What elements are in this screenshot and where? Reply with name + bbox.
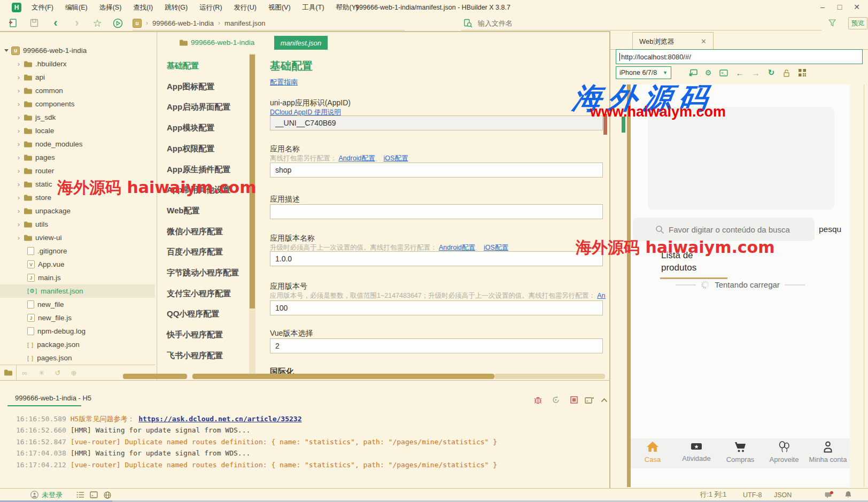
tree-project-row[interactable]: u999666-web-1-india [0,44,155,57]
config-nav-item-12[interactable]: QQ小程序配置 [167,309,219,319]
nav-item-home[interactable]: Casa [631,438,675,468]
field-input-5[interactable] [270,338,603,353]
encoding-label[interactable]: UTF-8 [743,489,762,501]
search-input[interactable] [477,19,778,28]
menu-item-6[interactable]: 发行(U) [228,0,262,15]
menu-item-4[interactable]: 跳转(G) [159,0,193,15]
config-nav-item-13[interactable]: 快手小程序配置 [167,330,223,340]
field-hint-link[interactable]: Android配置 [597,292,606,299]
config-nav-scrollbar-thumb[interactable] [250,55,255,308]
field-input-1[interactable] [270,163,603,177]
tree-file-manifest.json[interactable]: [⚙]manifest.json [0,284,155,298]
restart-icon[interactable] [551,395,561,405]
filter-funnel-icon[interactable] [826,17,839,29]
stop-icon[interactable] [569,395,579,405]
nav-back-icon[interactable]: ← [734,67,746,78]
project-manager-icon[interactable] [0,365,17,380]
close-button[interactable]: ✕ [849,0,865,15]
outline-list-icon[interactable] [76,489,84,501]
config-nav-item-14[interactable]: 飞书小程序配置 [167,351,223,361]
tree-folder-uview-ui[interactable]: ›uview-ui [0,231,155,244]
browser-tab-close-icon[interactable]: ✕ [701,37,707,45]
config-guide-link[interactable]: 配置指南 [270,77,298,87]
qrcode-icon[interactable] [796,67,808,78]
new-file-icon[interactable] [6,17,19,29]
preview-button[interactable]: 预览 [848,17,867,29]
field-hint-link[interactable]: iOS配置 [384,155,408,162]
maximize-button[interactable]: □ [832,0,848,15]
forward-icon[interactable]: › [71,17,83,29]
panel-vscrollbar-thumb[interactable] [622,117,625,133]
star-icon[interactable]: ☆ [91,17,104,29]
refresh-panel-icon[interactable]: ↺ [51,365,64,380]
tree-hscrollbar-thumb[interactable] [123,374,187,379]
breadcrumb-file[interactable]: manifest.json [224,19,266,27]
tree-file-new_file.js[interactable]: Jnew_file.js [0,311,155,325]
refresh-icon[interactable]: ↻ [765,67,777,78]
terminal-icon[interactable]: >_ [718,67,730,78]
log-link[interactable]: https://ask.dcloud.net.cn/article/35232 [138,415,301,423]
collapse-chevron-icon[interactable] [599,395,609,405]
debug-bug-icon[interactable] [532,395,543,405]
console-tab[interactable]: 999666-web-1-india - H5 [15,394,91,402]
new-terminal-icon[interactable]: >_ [584,395,594,405]
menu-item-2[interactable]: 选择(S) [94,0,128,15]
nav-forward-icon[interactable]: → [750,67,762,78]
nav-item-balloons[interactable]: Aproveite [762,438,806,468]
browser-tab[interactable]: Web浏览器 ✕ [632,32,714,50]
tree-file-.gitignore[interactable]: .gitignore [0,244,155,258]
filetype-label[interactable]: JSON [774,489,792,501]
tree-folder-js_sdk[interactable]: ›js_sdk [0,111,155,124]
nav-item-user[interactable]: Minha conta [806,438,850,468]
tree-folder-common[interactable]: ›common [0,84,155,97]
globe-panel-icon[interactable]: ⊕ [67,365,80,380]
breadcrumb-project[interactable]: 999666-web-1-india [152,19,214,27]
save-icon[interactable] [28,17,41,29]
field-hint-link[interactable]: iOS配置 [484,244,508,251]
device-selector[interactable]: iPhone 6/7/8 ▼ [616,66,671,79]
lock-icon[interactable] [780,67,792,78]
tree-folder-pages[interactable]: ›pages [0,151,155,164]
breadcrumb[interactable]: u › 999666-web-1-india › manifest.json [133,16,405,30]
form-hscrollbar-thumb[interactable] [192,374,494,379]
field-hint-link[interactable]: Android配置 [439,244,475,251]
tree-file-package.json[interactable]: [ ]package.json [0,338,155,351]
config-nav-item-0[interactable]: 基础配置 [167,61,199,71]
minimize-button[interactable]: – [815,0,831,15]
menu-item-5[interactable]: 运行(R) [193,0,228,15]
editor-folder-crumb[interactable]: 999666-web-1-india [180,38,254,47]
tree-folder-api[interactable]: ›api [0,71,155,84]
config-nav-item-8[interactable]: 微信小程序配置 [167,227,223,237]
config-nav-item-3[interactable]: App模块配置 [167,123,214,133]
sparkle-icon[interactable]: ✳ [35,365,48,380]
menu-item-0[interactable]: 文件(F) [26,0,59,15]
run-icon[interactable] [111,17,124,29]
tree-folder-unpackage[interactable]: ›unpackage [0,204,155,218]
nav-item-ticket[interactable]: ★Atividade [675,438,718,468]
tree-file-pages.json[interactable]: [ ]pages.json [0,351,155,365]
tree-file-App.vue[interactable]: VApp.vue [0,258,155,271]
terminal-status-icon[interactable]: >_ [90,489,98,501]
config-nav-item-10[interactable]: 字节跳动小程序配置 [167,268,239,278]
tree-folder-router[interactable]: ›router [0,164,155,177]
form-hscrollbar-track[interactable] [494,374,605,379]
cursor-position-label[interactable]: 行:1 列:1 [700,489,726,501]
tree-folder-components[interactable]: ›components [0,97,155,111]
search-submit-button[interactable]: pesqu [819,225,841,234]
config-nav-item-11[interactable]: 支付宝小程序配置 [167,289,231,299]
linked-rings-icon[interactable]: ∞ [18,365,31,380]
field-input-2[interactable] [270,204,603,219]
config-nav-item-4[interactable]: App权限配置 [167,144,214,154]
bell-icon[interactable] [844,489,852,501]
product-search-bar[interactable] [633,218,815,241]
tree-folder-.hbuilderx[interactable]: ›.hbuilderx [0,57,155,71]
menu-item-3[interactable]: 查找(I) [127,0,159,15]
nav-item-cart[interactable]: Compras [718,438,762,468]
tree-folder-node_modules[interactable]: ›node_modules [0,137,155,151]
config-nav-item-9[interactable]: 百度小程序配置 [167,247,223,257]
config-nav-item-1[interactable]: App图标配置 [167,82,214,92]
field-hint-link[interactable]: Android配置 [338,155,375,162]
config-nav-item-7[interactable]: Web配置 [167,206,199,216]
config-guide-link-text[interactable]: 配置指南 [270,78,298,86]
tree-folder-store[interactable]: ›store [0,191,155,204]
